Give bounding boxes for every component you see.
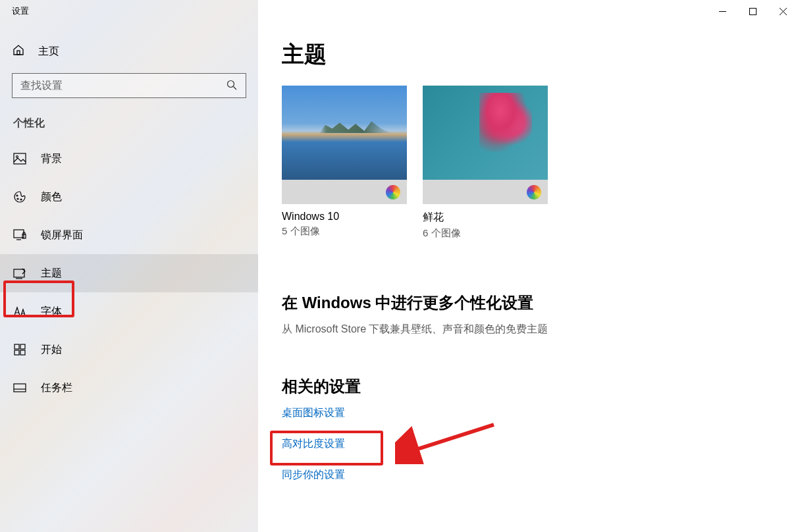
more-subtext: 从 Microsoft Store 下载兼具壁纸、声音和颜色的免费主题 (282, 323, 774, 336)
color-wheel-icon (527, 185, 541, 200)
sidebar-item-background[interactable]: 背景 (0, 140, 258, 178)
theme-bar (282, 180, 407, 204)
title-bar: 设置 (0, 0, 798, 22)
window-title: 设置 (0, 5, 29, 17)
home-label: 主页 (38, 45, 59, 59)
color-wheel-icon (386, 185, 400, 200)
home-icon (12, 43, 25, 59)
start-icon (13, 343, 26, 356)
maximize-button[interactable] (737, 0, 768, 22)
content-area: 主题 Windows 10 5 个图像 鲜花 6 个图像 在 Windows 中… (258, 0, 798, 532)
sidebar-item-themes[interactable]: 主题 (0, 254, 258, 292)
theme-count: 6 个图像 (423, 227, 548, 240)
image-icon (13, 152, 26, 165)
svg-point-9 (16, 195, 18, 196)
nav-list: 背景 颜色 锁屏界面 主题 字体 开始 (0, 140, 258, 407)
svg-point-10 (17, 198, 18, 200)
sidebar: 主页 个性化 背景 颜色 锁屏界面 主题 (0, 0, 258, 532)
theme-bar (423, 180, 548, 204)
font-icon (13, 305, 26, 318)
svg-point-11 (20, 199, 22, 200)
svg-rect-4 (17, 51, 20, 55)
sidebar-item-label: 字体 (41, 305, 62, 319)
related-links: 桌面图标设置 高对比度设置 同步你的设置 (282, 406, 774, 482)
sidebar-item-fonts[interactable]: 字体 (0, 292, 258, 331)
svg-rect-7 (14, 153, 26, 164)
themes-grid: Windows 10 5 个图像 鲜花 6 个图像 (282, 86, 774, 240)
related-heading: 相关的设置 (282, 376, 774, 397)
svg-point-8 (16, 156, 18, 158)
svg-line-6 (234, 87, 237, 90)
theme-card[interactable]: Windows 10 5 个图像 (282, 86, 407, 240)
search-icon (226, 80, 237, 92)
link-sync-settings[interactable]: 同步你的设置 (282, 468, 345, 482)
close-button[interactable] (768, 0, 798, 22)
sidebar-item-taskbar[interactable]: 任务栏 (0, 369, 258, 407)
home-button[interactable]: 主页 (0, 36, 258, 66)
palette-icon (13, 190, 26, 203)
svg-rect-21 (14, 384, 26, 392)
svg-rect-18 (20, 344, 25, 349)
search-input[interactable] (12, 73, 246, 98)
sidebar-item-label: 背景 (41, 152, 62, 166)
svg-point-5 (228, 81, 234, 88)
sidebar-item-lockscreen[interactable]: 锁屏界面 (0, 216, 258, 254)
more-heading: 在 Windows 中进行更多个性化设置 (282, 292, 774, 313)
theme-name: 鲜花 (423, 211, 548, 225)
theme-thumbnail (423, 86, 548, 180)
theme-thumbnail (282, 86, 407, 180)
lockscreen-icon (13, 228, 26, 242)
sidebar-item-label: 任务栏 (41, 381, 72, 395)
sidebar-item-colors[interactable]: 颜色 (0, 178, 258, 216)
window-controls (707, 0, 798, 22)
sidebar-item-start[interactable]: 开始 (0, 331, 258, 369)
link-desktop-icons[interactable]: 桌面图标设置 (282, 406, 345, 420)
taskbar-icon (13, 381, 26, 394)
svg-rect-19 (14, 350, 19, 355)
sidebar-item-label: 开始 (41, 343, 62, 357)
search-wrap (0, 66, 258, 98)
themes-icon (13, 267, 26, 280)
page-title: 主题 (282, 40, 774, 70)
section-title: 个性化 (0, 98, 258, 140)
sidebar-item-label: 锁屏界面 (41, 228, 83, 242)
svg-rect-20 (20, 350, 25, 355)
minimize-button[interactable] (707, 0, 737, 22)
svg-rect-17 (14, 344, 19, 349)
theme-count: 5 个图像 (282, 225, 407, 238)
theme-card[interactable]: 鲜花 6 个图像 (423, 86, 548, 240)
svg-rect-1 (749, 8, 756, 14)
theme-thumbnail-wrap (423, 86, 548, 204)
sidebar-item-label: 颜色 (41, 190, 62, 204)
theme-name: Windows 10 (282, 211, 407, 223)
theme-thumbnail-wrap (282, 86, 407, 204)
sidebar-item-label: 主题 (41, 267, 62, 280)
link-high-contrast[interactable]: 高对比度设置 (282, 437, 345, 451)
